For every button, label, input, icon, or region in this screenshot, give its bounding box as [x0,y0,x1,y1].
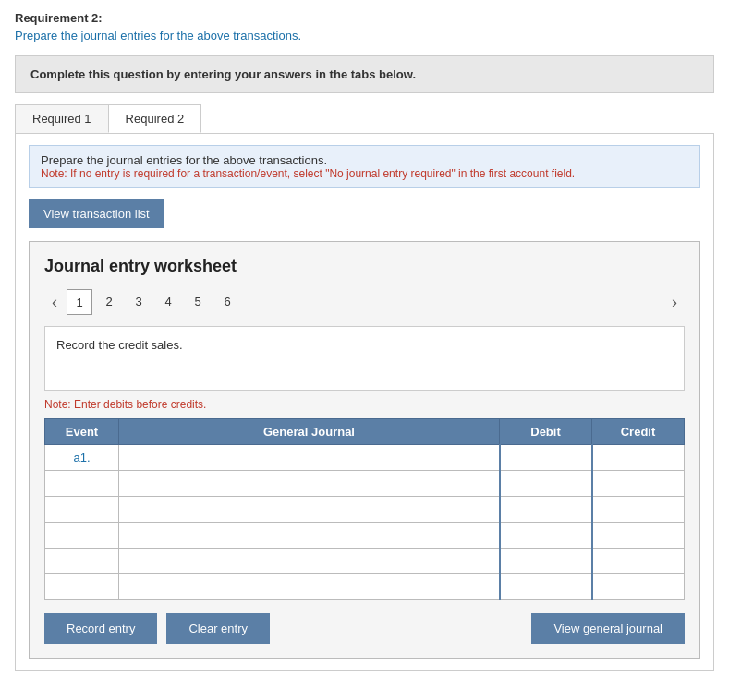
requirement-title: Requirement 2: [15,11,714,25]
debit-cell[interactable] [500,497,592,523]
credit-input[interactable] [597,526,681,544]
note-red: Note: Enter debits before credits. [44,398,685,411]
journal-cell[interactable] [119,574,500,600]
credit-cell[interactable] [592,549,685,574]
instruction-box: Complete this question by entering your … [15,55,714,93]
credit-cell[interactable] [592,497,685,523]
col-event: Event [45,419,119,445]
journal-input[interactable] [123,552,495,570]
worksheet-container: Journal entry worksheet ‹ 1 2 3 4 5 6 › … [29,241,700,659]
event-cell [45,471,119,497]
journal-input[interactable] [123,526,495,544]
credit-cell[interactable] [592,523,685,549]
page-btn-5[interactable]: 5 [185,289,211,315]
debit-input[interactable] [504,578,588,596]
tab-required1[interactable]: Required 1 [15,104,109,133]
page-btn-1[interactable]: 1 [67,289,92,315]
table-row [45,471,685,497]
col-credit: Credit [592,419,685,445]
credit-cell[interactable] [592,445,685,471]
journal-cell[interactable] [119,445,500,471]
tab-content: Prepare the journal entries for the abov… [15,134,714,671]
view-general-journal-button[interactable]: View general journal [531,613,685,644]
debit-cell[interactable] [500,549,592,574]
table-row [45,497,685,523]
buttons-row: Record entry Clear entry View general jo… [44,613,685,644]
journal-input[interactable] [123,475,495,492]
journal-cell[interactable] [119,523,500,549]
table-row [45,574,685,600]
table-row [45,549,685,574]
debit-cell[interactable] [500,445,592,471]
credit-cell[interactable] [592,574,685,600]
debit-cell[interactable] [500,523,592,549]
debit-input[interactable] [504,449,588,466]
debit-input[interactable] [504,475,588,492]
debit-cell[interactable] [500,471,592,497]
note-box: Prepare the journal entries for the abov… [29,145,700,188]
journal-input[interactable] [123,449,495,466]
event-cell: a1. [45,445,119,471]
note-line2: Note: If no entry is required for a tran… [41,167,688,180]
tab-required2[interactable]: Required 2 [108,104,202,133]
description-text: Record the credit sales. [56,338,183,352]
description-box: Record the credit sales. [44,326,685,391]
instruction-text: Complete this question by entering your … [30,67,416,81]
note-line1: Prepare the journal entries for the abov… [41,153,688,167]
worksheet-title: Journal entry worksheet [44,257,685,276]
credit-input[interactable] [597,475,681,492]
credit-input[interactable] [597,578,681,596]
journal-cell[interactable] [119,549,500,574]
event-cell [45,574,119,600]
table-row [45,523,685,549]
journal-table: Event General Journal Debit Credit a1. [44,418,685,600]
page-btn-4[interactable]: 4 [155,289,181,315]
view-transaction-button[interactable]: View transaction list [29,199,164,228]
clear-entry-button[interactable]: Clear entry [166,613,270,644]
pagination-row: ‹ 1 2 3 4 5 6 › [44,289,685,315]
event-cell [45,549,119,574]
credit-input[interactable] [597,449,681,466]
prev-page-arrow[interactable]: ‹ [44,291,65,314]
event-cell [45,497,119,523]
debit-cell[interactable] [500,574,592,600]
record-entry-button[interactable]: Record entry [44,613,157,644]
page-container: Requirement 2: Prepare the journal entri… [0,0,729,682]
next-page-arrow[interactable]: › [664,291,685,314]
debit-input[interactable] [504,526,588,544]
debit-input[interactable] [504,501,588,518]
credit-input[interactable] [597,552,681,570]
credit-cell[interactable] [592,471,685,497]
tabs-container: Required 1 Required 2 [15,104,714,134]
col-journal: General Journal [119,419,500,445]
table-row: a1. [45,445,685,471]
credit-input[interactable] [597,501,681,518]
debit-input[interactable] [504,552,588,570]
journal-cell[interactable] [119,497,500,523]
event-cell [45,523,119,549]
journal-input[interactable] [123,501,495,518]
page-btn-2[interactable]: 2 [96,289,122,315]
journal-cell[interactable] [119,471,500,497]
col-debit: Debit [500,419,592,445]
page-btn-6[interactable]: 6 [214,289,240,315]
journal-input[interactable] [123,578,495,596]
requirement-description: Prepare the journal entries for the abov… [15,29,714,42]
page-btn-3[interactable]: 3 [126,289,152,315]
